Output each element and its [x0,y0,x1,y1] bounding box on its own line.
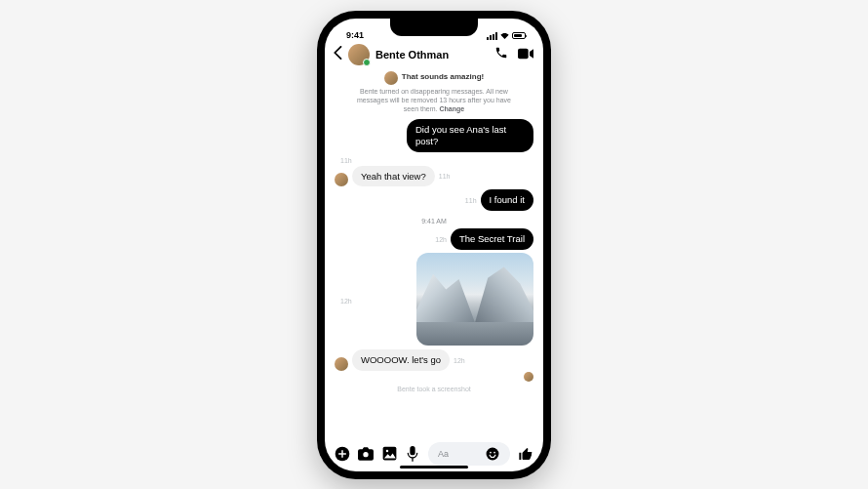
svg-point-8 [493,451,495,453]
timestamp: 11h [465,197,477,204]
cellular-icon [487,32,497,40]
status-bar: 9:41 [325,19,543,40]
sender-avatar [335,357,348,371]
timestamp: 11h [439,173,451,180]
svg-rect-0 [518,48,529,59]
svg-point-4 [385,450,388,453]
chat-header: Bente Othman [325,40,543,71]
gallery-button[interactable] [381,446,397,462]
emoji-button[interactable] [485,446,500,462]
mountain-photo [416,253,533,346]
svg-point-2 [363,452,368,457]
disappearing-notice: Bente turned on disappearing messages. A… [335,85,533,119]
timestamp: 11h [340,157,533,164]
camera-button[interactable] [358,446,374,462]
audio-call-button[interactable] [494,46,508,63]
svg-point-6 [487,447,499,460]
screen: 9:41 Bente Othman [325,19,543,471]
like-button[interactable] [518,446,533,462]
contact-name[interactable]: Bente Othman [375,49,489,61]
status-indicators [487,32,526,40]
back-button[interactable] [333,46,342,63]
input-placeholder: Aa [438,449,449,459]
timestamp: 12h [340,298,352,305]
previous-message-peek: That sounds amazing! [402,72,484,81]
svg-point-7 [490,451,492,453]
wifi-icon [500,32,509,39]
message-input[interactable]: Aa [428,442,510,466]
contact-avatar[interactable] [348,44,370,65]
day-separator: 9:41 AM [335,218,533,224]
presence-dot [363,59,371,66]
change-link[interactable]: Change [439,105,464,112]
message-list[interactable]: That sounds amazing! Bente turned on dis… [325,71,543,438]
timestamp: 12h [454,357,465,364]
message-sent[interactable]: 11h I found it [335,189,533,211]
image-message[interactable] [416,253,533,346]
more-actions-button[interactable] [335,446,350,462]
message-received[interactable]: Yeah that view? 11h [335,166,533,187]
timestamp: 12h [435,236,447,243]
message-received[interactable]: WOOOOW. let's go 12h [335,349,533,371]
message-sent[interactable]: Did you see Ana's last post? [335,119,533,152]
voice-button[interactable] [405,446,420,462]
svg-rect-5 [410,446,414,455]
screenshot-notice: Bente took a screenshot [335,386,533,392]
sender-avatar [335,173,348,186]
phone-frame: 9:41 Bente Othman [317,11,551,479]
video-call-button[interactable] [518,46,533,63]
battery-icon [512,32,526,39]
delivery-receipt-avatar [524,372,533,382]
message-sent[interactable]: 12h The Secret Trail [335,228,533,250]
status-time: 9:41 [346,30,364,40]
home-indicator[interactable] [400,466,468,469]
